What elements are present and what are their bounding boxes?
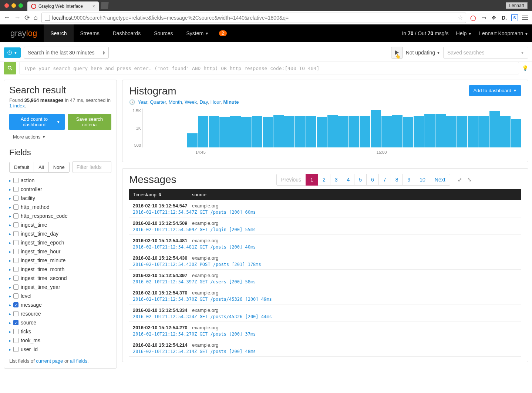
histogram-bar[interactable] [306,116,316,147]
histogram-bar[interactable] [478,116,489,147]
histogram-bar[interactable] [198,116,208,147]
histogram-bar[interactable] [230,116,240,147]
save-search-criteria-button[interactable]: Save search criteria [68,114,111,130]
message-row[interactable]: 2016-02-10 15:12:54.547example.org2016-0… [129,200,521,217]
ext-icon-opera[interactable]: ◯ [470,14,477,21]
caret-right-icon[interactable]: ▸ [9,339,11,343]
ext-icon-d[interactable]: D. [501,14,508,21]
field-checkbox[interactable] [13,240,18,245]
field-checkbox[interactable] [13,267,18,272]
logo[interactable]: graylog [4,29,44,38]
interval-hour[interactable]: Hour [211,99,220,105]
play-refresh-button[interactable]: 👆 [391,47,403,59]
page-8[interactable]: 8 [391,174,403,186]
caret-right-icon[interactable]: ▸ [9,214,11,218]
field-checkbox[interactable] [13,284,18,290]
histogram-bar[interactable] [241,117,252,147]
histogram-bar[interactable] [349,116,359,147]
browser-tab[interactable]: Graylog Web Interface × [27,1,99,11]
notification-badge[interactable]: 2 [219,30,227,36]
histogram-bar[interactable] [457,116,467,147]
all-fields-link[interactable]: all fields [70,358,87,364]
nav-item-search[interactable]: Search [44,24,73,42]
field-checkbox[interactable]: ✓ [13,302,18,307]
menu-icon[interactable] [522,14,528,21]
page-3[interactable]: 3 [330,174,343,186]
message-row[interactable]: 2016-02-10 15:12:54.430example.org2016-0… [129,252,521,270]
caret-right-icon[interactable]: ▸ [9,187,11,191]
message-row[interactable]: 2016-02-10 15:12:54.509example.org2016-0… [129,217,521,235]
field-checkbox[interactable] [13,196,18,201]
caret-right-icon[interactable]: ▸ [9,196,11,200]
histogram-bar[interactable] [252,116,262,147]
url-bar[interactable]: localhost:9000/search?rangetype=relative… [41,13,466,23]
page-next[interactable]: Next [430,174,450,186]
message-row[interactable]: 2016-02-10 15:12:54.370example.org2016-0… [129,287,521,304]
histogram-bar[interactable] [284,116,294,147]
histogram-bar[interactable] [263,117,273,147]
interval-year[interactable]: Year [138,99,147,105]
field-checkbox[interactable] [13,231,18,236]
page-4[interactable]: 4 [342,174,354,186]
field-checkbox[interactable] [13,222,18,227]
expand-icon[interactable]: ⤢ [458,177,462,183]
caret-right-icon[interactable]: ▸ [9,312,11,316]
home-icon[interactable]: ⌂ [34,14,38,21]
search-button[interactable] [4,62,16,74]
caret-right-icon[interactable]: ▸ [9,276,11,280]
chrome-user-badge[interactable]: Lennart [506,2,528,9]
field-tab-all[interactable]: All [34,162,48,173]
field-checkbox[interactable] [13,329,18,334]
field-checkbox[interactable]: ✓ [13,320,18,325]
help-menu[interactable]: Help ▼ [456,30,472,36]
histogram-bar[interactable] [468,116,478,147]
page-6[interactable]: 6 [366,174,379,186]
caret-right-icon[interactable]: ▸ [9,205,11,209]
ext-icon-s[interactable]: S [511,14,518,21]
message-row[interactable]: 2016-02-10 15:12:54.334example.org2016-0… [129,304,521,322]
caret-right-icon[interactable]: ▸ [9,330,11,334]
histogram-bar[interactable] [403,117,413,147]
message-row[interactable]: 2016-02-10 15:12:54.270example.org2016-0… [129,322,521,339]
caret-right-icon[interactable]: ▸ [9,241,11,245]
interval-quarter[interactable]: Quarter [150,99,166,105]
window-maximize[interactable] [18,3,23,8]
interval-week[interactable]: Week [185,99,197,105]
window-minimize[interactable] [11,3,16,8]
nav-item-system[interactable]: System▼ [180,24,216,42]
caret-right-icon[interactable]: ▸ [9,179,11,183]
histogram-bar[interactable] [317,117,327,147]
nav-back-icon[interactable]: ← [4,14,10,21]
page-7[interactable]: 7 [378,174,391,186]
histogram-bar[interactable] [511,119,521,147]
bookmark-star-icon[interactable]: ☆ [458,14,463,21]
caret-right-icon[interactable]: ▸ [9,267,11,272]
field-checkbox[interactable] [13,187,18,192]
current-page-link[interactable]: current page [36,358,63,364]
caret-right-icon[interactable]: ▸ [9,232,11,236]
lightbulb-icon[interactable]: 💡 [522,65,528,71]
histogram-bar[interactable] [446,116,457,147]
histogram-chart[interactable]: 1.5K1K500 14:4515:00 [129,109,521,157]
histogram-bar[interactable] [209,116,219,147]
histogram-bar[interactable] [187,133,198,148]
ext-icon-move[interactable]: ✥ [491,14,497,21]
nav-item-sources[interactable]: Sources [147,24,179,42]
ext-icon-device[interactable]: ▭ [480,14,487,21]
field-checkbox[interactable] [13,311,18,316]
field-checkbox[interactable] [13,276,18,281]
page-1[interactable]: 1 [306,174,318,186]
update-interval[interactable]: Not updating▼ [406,50,440,56]
field-tab-none[interactable]: None [48,162,70,173]
field-checkbox[interactable] [13,347,18,352]
index-link[interactable]: 1 index [9,103,25,109]
interval-minute[interactable]: Minute [223,99,239,105]
page-prev[interactable]: Previous [276,174,306,186]
histogram-bar[interactable] [392,115,403,148]
saved-searches-select[interactable]: Saved searches ▼ [443,47,528,59]
histogram-bar[interactable] [219,117,230,147]
histogram-bar[interactable] [381,116,392,147]
add-to-dashboard-button[interactable]: Add to dashboard ▼ [469,85,521,96]
field-checkbox[interactable] [13,178,18,183]
caret-right-icon[interactable]: ▸ [9,303,11,307]
